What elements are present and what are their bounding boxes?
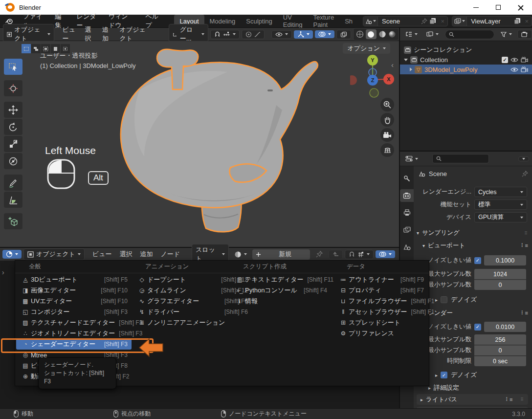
tab-render[interactable] [400, 189, 414, 202]
workspace-tab[interactable]: Texture Paint [308, 15, 340, 28]
hide-eye-icon[interactable] [510, 57, 518, 63]
viewport-subpanel-header[interactable]: ▾ビューポート⠇≡ [422, 242, 528, 250]
new-material-button[interactable]: 新規 [252, 249, 310, 260]
render-subpanel-header[interactable]: ▾レンダー⠇≡ [422, 309, 528, 317]
render-denoise-checkbox[interactable]: ✓ [441, 372, 447, 378]
sidebar-collapse-arrow[interactable]: ‹ [391, 61, 394, 69]
xray-toggle[interactable] [336, 30, 351, 39]
menu-item[interactable]: ◨画像エディター[Shift] F10 [16, 285, 132, 296]
shader-menu-item[interactable]: ビュー [89, 250, 116, 259]
viewport-menu-item[interactable]: 選択 [81, 25, 98, 43]
properties-search-input[interactable] [432, 154, 489, 163]
pin-icon[interactable] [522, 171, 528, 177]
menu-item[interactable]: ◬3Dビューポート[Shift] F5 [16, 274, 132, 285]
tab-scene[interactable] [400, 241, 414, 253]
view-layer-remove-icon[interactable]: × [522, 18, 532, 25]
overlays-toggle[interactable] [315, 30, 334, 38]
scene-new-icon[interactable] [429, 18, 436, 24]
collection-row[interactable]: Collection ✓ [400, 55, 532, 65]
disable-render-camera-icon[interactable] [521, 57, 528, 63]
outliner-search-input[interactable] [445, 30, 494, 39]
editor-type-button[interactable] [2, 250, 22, 259]
time-limit-field[interactable]: 0 sec [474, 356, 526, 366]
workspace-tab[interactable]: Sculpting [241, 15, 277, 28]
snap-controls[interactable] [210, 30, 240, 39]
disable-render-camera-icon[interactable] [521, 66, 528, 72]
camera-view-button[interactable] [380, 128, 394, 142]
viewport-canvas[interactable]: オプション ユーザー・透視投影 (1) Collection | 3DModel… [0, 41, 399, 247]
viewport-min-samples-field[interactable]: 0 [474, 280, 526, 290]
view-layer-name[interactable]: ViewLayer [467, 18, 504, 25]
select-box-tool[interactable] [4, 59, 22, 75]
shader-menu-item[interactable]: ノード [156, 250, 184, 259]
new-collection-button[interactable] [517, 30, 532, 39]
fake-user-pin-icon[interactable] [316, 251, 323, 258]
sampling-panel-header[interactable]: ▾サンプリング⠿ [417, 229, 528, 237]
view-layer-new-icon[interactable] [514, 18, 521, 24]
viewport-menu-item[interactable]: オブジェクト [116, 25, 153, 43]
node-snap-controls[interactable] [345, 250, 374, 259]
add-cube-tool[interactable] [4, 213, 22, 229]
proportional-editing[interactable] [242, 30, 265, 39]
menu-item[interactable]: ≔アウトライナー[Shift] F9 [334, 274, 428, 285]
menu-item[interactable]: ⊟プロパティ[Shift] F7 [334, 285, 428, 296]
viewport-menu-item[interactable]: ビュー [58, 25, 81, 43]
menu-item[interactable]: ≣ノンリニアアニメーション [133, 317, 252, 328]
viewport-denoise-checkbox[interactable] [441, 296, 447, 303]
select-tweak-button[interactable] [22, 44, 31, 53]
move-tool[interactable] [4, 102, 22, 118]
scene-unlink-icon[interactable]: × [438, 18, 448, 25]
transform-tool[interactable] [4, 153, 22, 169]
scene-pin-icon[interactable] [421, 18, 427, 24]
advanced-panel-header[interactable]: ▸ 詳細設定 [428, 383, 459, 392]
scene-collection-row[interactable]: シーンコレクション [400, 45, 532, 55]
scene-browse-icon[interactable] [363, 17, 378, 26]
sidebar-expand-arrow[interactable]: › [2, 268, 4, 276]
collection-checkbox[interactable]: ✓ [502, 57, 508, 63]
hide-eye-icon[interactable] [510, 67, 518, 72]
menu-item[interactable]: ▩UVエディター[Shift] F10 [16, 296, 132, 307]
annotate-tool[interactable] [4, 175, 22, 191]
view-layer-browse-icon[interactable] [452, 17, 467, 26]
outliner-filter-mode[interactable] [423, 30, 442, 38]
expand-icon[interactable] [410, 67, 412, 71]
go-to-parent-button[interactable] [329, 250, 343, 259]
maximize-button[interactable] [487, 0, 510, 15]
expand-icon[interactable] [404, 59, 408, 61]
viewport-menu-item[interactable]: 追加 [98, 25, 116, 43]
viewport-max-samples-field[interactable]: 1024 [474, 269, 526, 279]
scene-selector[interactable]: Scene × [363, 16, 448, 26]
measure-tool[interactable] [4, 192, 22, 208]
menu-item[interactable]: ▥テキストエディター[Shift] F11 [230, 274, 331, 285]
render-max-samples-field[interactable]: 256 [474, 334, 526, 345]
object-row-selected[interactable]: ▽ 3DModel_LowPoly [400, 65, 532, 74]
menu-item[interactable]: ‖アセットブラウザー[Shift] F1 [334, 307, 428, 317]
menu-item[interactable]: ↯ドライバー[Shift] F6 [133, 307, 252, 317]
shader-menu-item[interactable]: 追加 [136, 250, 156, 259]
node-overlays-toggle[interactable] [376, 250, 395, 258]
scene-name[interactable]: Scene [378, 18, 404, 25]
menu-item[interactable]: ◱コンポジター[Shift] F3 [16, 307, 132, 317]
shading-modes[interactable] [353, 28, 399, 41]
view-layer-selector[interactable]: ViewLayer × [452, 16, 532, 26]
zoom-button[interactable] [380, 98, 394, 111]
options-dropdown[interactable]: オプション [343, 43, 390, 54]
render-min-samples-field[interactable]: 0 [474, 345, 526, 355]
pan-hand-button[interactable] [380, 113, 394, 127]
select-box-button[interactable] [31, 44, 41, 53]
properties-filter-dropdown[interactable] [518, 156, 529, 161]
properties-display-mode[interactable] [402, 154, 421, 163]
menu-item[interactable]: ▨テクスチャノードエディター[Shift] F3 [16, 317, 132, 328]
menu-item[interactable]: ⊔ファイルブラウザー[Shift] F1 [334, 296, 428, 307]
scale-tool[interactable] [4, 136, 22, 152]
menu-item[interactable]: ⚙プリファレンス [334, 328, 428, 339]
feature-set-dropdown[interactable]: 標準 [474, 199, 527, 210]
ortho-toggle-button[interactable] [380, 143, 394, 157]
tab-tool[interactable] [400, 172, 414, 185]
breadcrumb[interactable]: Scene [429, 170, 447, 177]
workspace-tab[interactable]: Modeling [204, 15, 241, 28]
minimize-button[interactable] [465, 0, 487, 15]
render-engine-dropdown[interactable]: Cycles [474, 187, 527, 197]
close-button[interactable] [510, 0, 532, 15]
shader-mode-selector[interactable]: オブジェクト [23, 248, 85, 260]
